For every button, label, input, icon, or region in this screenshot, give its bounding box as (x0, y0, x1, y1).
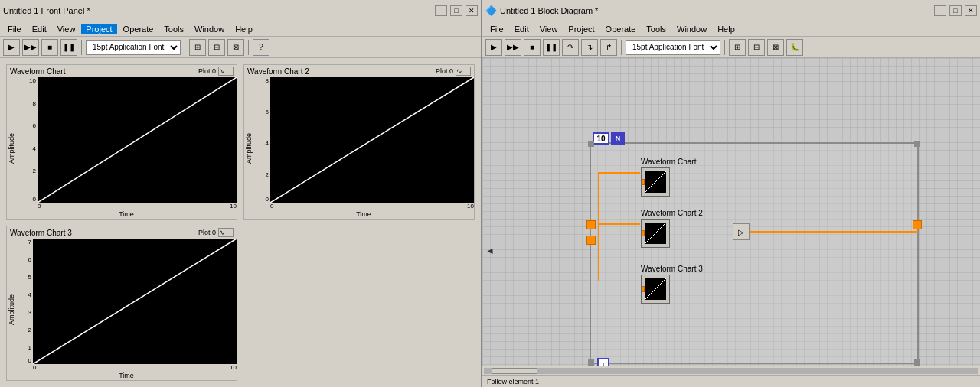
loop-input-tunnel-2 (586, 236, 596, 245)
run-continuously-button[interactable]: ▶▶ (22, 39, 39, 56)
bd-step-over[interactable]: ↷ (562, 39, 579, 56)
n-value[interactable]: 10 (593, 132, 609, 145)
menu-edit[interactable]: Edit (28, 24, 51, 34)
pause-button[interactable]: ❚❚ (60, 39, 77, 56)
ytick2-4: 4 (266, 140, 269, 147)
align-button[interactable]: ⊞ (189, 39, 206, 56)
front-panel-controls: ─ □ ✕ (435, 5, 478, 16)
bd-align-button[interactable]: ⊞ (729, 39, 746, 56)
loop-corner-br (914, 359, 920, 366)
ytick3-5: 5 (28, 274, 31, 281)
menu-operate[interactable]: Operate (119, 24, 158, 34)
bd-menu-tools[interactable]: Tools (642, 24, 671, 34)
minimize-button[interactable]: ─ (435, 5, 447, 16)
wc-node-3-icon[interactable] (641, 275, 670, 304)
ytick2-0: 0 (266, 196, 269, 203)
run-button[interactable]: ▶ (3, 39, 20, 56)
ytick2-8: 8 (266, 77, 269, 84)
menu-project[interactable]: Project (81, 24, 116, 34)
resize-button[interactable]: ⊠ (227, 39, 244, 56)
bd-scrollbar-thumb[interactable] (492, 368, 537, 374)
wc-node-2-port (641, 230, 645, 236)
bd-distribute-button[interactable]: ⊟ (748, 39, 765, 56)
svg-line-2 (33, 239, 237, 364)
chart3-x-axis: 0 10 (16, 364, 237, 371)
chart2-y-label: Amplitude (244, 77, 253, 219)
bd-titlebar-left: 🔷 Untitled 1 Block Diagram * (485, 5, 598, 16)
bd-font-selector[interactable]: 15pt Application Font (626, 40, 720, 55)
maximize-button[interactable]: □ (450, 5, 462, 16)
chart1-body: Amplitude 10 8 6 4 2 0 (7, 77, 237, 219)
chart2-canvas[interactable] (270, 77, 474, 203)
wc-node-2-icon[interactable] (641, 219, 670, 248)
chart1-canvas[interactable] (38, 77, 237, 203)
chart3-canvas[interactable] (33, 239, 237, 364)
wc-node-1-svg (645, 171, 666, 193)
collapse-arrow[interactable]: ◄ (485, 246, 495, 256)
menu-window[interactable]: Window (190, 24, 229, 34)
distribute-button[interactable]: ⊟ (208, 39, 225, 56)
bd-status-text: Follow element 1 (487, 378, 539, 385)
wire-h3 (750, 231, 918, 233)
chart2-plot-icon: ∿ (456, 67, 471, 76)
bd-menu-project[interactable]: Project (564, 24, 599, 34)
bd-scrollbar-track[interactable] (484, 368, 978, 374)
wire-h2 (598, 223, 640, 225)
bd-step-out[interactable]: ↱ (600, 39, 617, 56)
chart3-plot-label: Plot 0 ∿ (198, 228, 234, 237)
chart2-x-ticks: 0 10 (270, 203, 474, 210)
bd-close-button[interactable]: ✕ (965, 5, 977, 16)
bd-minimize-button[interactable]: ─ (934, 5, 946, 16)
close-button[interactable]: ✕ (466, 5, 478, 16)
wc-node-1-label: Waveform Chart (641, 158, 696, 166)
chart3-x-ticks: 0 10 (33, 364, 237, 371)
bd-titlebar: 🔷 Untitled 1 Block Diagram * ─ □ ✕ (482, 0, 980, 21)
bd-pause-button[interactable]: ❚❚ (543, 39, 560, 56)
chart1-x-ticks: 0 10 (38, 203, 237, 210)
help-button[interactable]: ? (253, 39, 270, 56)
chart3-y-axis: 7 6 5 4 3 2 1 0 (16, 239, 33, 364)
front-panel-menubar: File Edit View Project Operate Tools Win… (0, 21, 481, 37)
bd-maximize-button[interactable]: □ (949, 5, 962, 16)
front-panel-content: Waveform Chart Plot 0 ∿ Amplitude 10 8 6… (0, 58, 481, 387)
chart3-title: Waveform Chart 3 (10, 229, 72, 237)
block-diagram: 🔷 Untitled 1 Block Diagram * ─ □ ✕ File … (482, 0, 980, 387)
chart2-x-axis: 0 10 (253, 203, 474, 210)
bd-menu-view[interactable]: View (535, 24, 563, 34)
bd-menu-edit[interactable]: Edit (510, 24, 534, 34)
menu-file[interactable]: File (3, 24, 26, 34)
bd-toolbar-sep (621, 40, 622, 55)
chart1-title: Waveform Chart (10, 67, 65, 76)
bd-run-continuously[interactable]: ▶▶ (505, 39, 521, 56)
menu-tools[interactable]: Tools (159, 24, 188, 34)
chart2-body: Amplitude 8 6 4 2 0 (244, 77, 474, 219)
chart2-y-axis: 8 6 4 2 0 (253, 77, 270, 203)
bd-run-button[interactable]: ▶ (485, 39, 502, 56)
abort-button[interactable]: ■ (41, 39, 58, 56)
bd-menu-help[interactable]: Help (713, 24, 740, 34)
ytick2-6: 6 (266, 109, 269, 115)
bd-menu-window[interactable]: Window (672, 24, 711, 34)
bd-resize-button[interactable]: ⊠ (767, 39, 784, 56)
xtick3-end: 10 (230, 364, 237, 371)
font-selector[interactable]: 15pt Application Font (86, 40, 181, 55)
bd-scrollbar[interactable] (482, 366, 980, 375)
ytick3-6: 6 (28, 256, 31, 263)
xtick3-0: 0 (33, 364, 36, 371)
ytick3-3: 3 (28, 309, 31, 316)
bd-toolbar-sep2 (724, 40, 725, 55)
bd-menu-operate[interactable]: Operate (601, 24, 641, 34)
menu-view[interactable]: View (53, 24, 80, 34)
bd-menu-file[interactable]: File (485, 24, 508, 34)
bd-step-into[interactable]: ↴ (581, 39, 598, 56)
loop-corner-bl (588, 359, 594, 366)
ytick3-4: 4 (28, 291, 31, 298)
wc-node-3-port (641, 286, 645, 292)
menu-help[interactable]: Help (230, 24, 257, 34)
bd-abort-button[interactable]: ■ (524, 39, 541, 56)
bd-canvas[interactable]: 10 N i ▷ Waveform Chart (482, 58, 980, 366)
bd-debug-button[interactable]: 🐛 (786, 39, 803, 56)
loop-play-button[interactable]: ▷ (733, 223, 750, 240)
wc-node-1-icon[interactable] (641, 167, 670, 197)
wc-node-1-inner (645, 171, 666, 193)
